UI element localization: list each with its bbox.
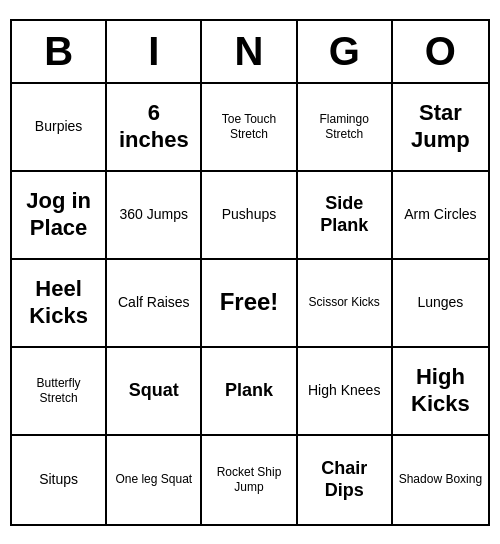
bingo-cell: 360 Jumps xyxy=(107,172,202,260)
bingo-grid: Burpies6 inchesToe Touch StretchFlamingo… xyxy=(12,84,488,524)
bingo-cell: Butterfly Stretch xyxy=(12,348,107,436)
bingo-cell: Arm Circles xyxy=(393,172,488,260)
bingo-cell: Burpies xyxy=(12,84,107,172)
bingo-cell: Jog in Place xyxy=(12,172,107,260)
bingo-cell: Heel Kicks xyxy=(12,260,107,348)
bingo-cell: Free! xyxy=(202,260,297,348)
bingo-cell: Squat xyxy=(107,348,202,436)
bingo-cell: Plank xyxy=(202,348,297,436)
bingo-cell: Shadow Boxing xyxy=(393,436,488,524)
bingo-cell: Situps xyxy=(12,436,107,524)
bingo-cell: High Knees xyxy=(298,348,393,436)
header-letter: G xyxy=(298,21,393,82)
bingo-cell: 6 inches xyxy=(107,84,202,172)
bingo-cell: Calf Raises xyxy=(107,260,202,348)
bingo-header: BINGO xyxy=(12,21,488,84)
header-letter: N xyxy=(202,21,297,82)
header-letter: B xyxy=(12,21,107,82)
bingo-cell: Toe Touch Stretch xyxy=(202,84,297,172)
header-letter: O xyxy=(393,21,488,82)
bingo-card: BINGO Burpies6 inchesToe Touch StretchFl… xyxy=(10,19,490,526)
header-letter: I xyxy=(107,21,202,82)
bingo-cell: Flamingo Stretch xyxy=(298,84,393,172)
bingo-cell: High Kicks xyxy=(393,348,488,436)
bingo-cell: One leg Squat xyxy=(107,436,202,524)
bingo-cell: Scissor Kicks xyxy=(298,260,393,348)
bingo-cell: Lunges xyxy=(393,260,488,348)
bingo-cell: Rocket Ship Jump xyxy=(202,436,297,524)
bingo-cell: Side Plank xyxy=(298,172,393,260)
bingo-cell: Star Jump xyxy=(393,84,488,172)
bingo-cell: Pushups xyxy=(202,172,297,260)
bingo-cell: Chair Dips xyxy=(298,436,393,524)
